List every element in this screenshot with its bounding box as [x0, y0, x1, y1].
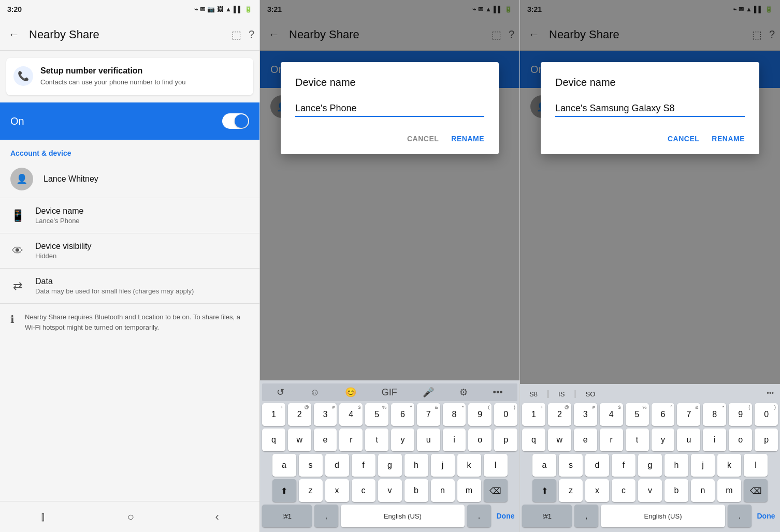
kb-y[interactable]: y — [391, 428, 414, 451]
kb-f[interactable]: f — [352, 454, 375, 477]
kb-v[interactable]: v — [378, 479, 402, 502]
kb-suggestion-is[interactable]: IS — [555, 389, 568, 399]
kb-done-2[interactable]: Done — [494, 505, 517, 527]
kb-translate-icon[interactable]: ↺ — [277, 387, 284, 398]
kb-p[interactable]: p — [494, 428, 517, 451]
kb3-key-3[interactable]: #3 — [574, 403, 597, 426]
kb3-key-9[interactable]: (9 — [729, 403, 752, 426]
kb3-s[interactable]: s — [559, 454, 583, 477]
kb-key-0[interactable]: )0 — [494, 403, 517, 426]
kb3-key-8[interactable]: *8 — [703, 403, 726, 426]
kb3-v[interactable]: v — [638, 479, 662, 502]
kb3-i[interactable]: i — [703, 428, 726, 451]
kb3-b[interactable]: b — [665, 479, 688, 502]
kb3-sym[interactable]: !#1 — [522, 505, 572, 527]
kb-d[interactable]: d — [325, 454, 349, 477]
kb-suggestion-s8[interactable]: S8 — [526, 389, 541, 399]
kb3-g[interactable]: g — [638, 454, 662, 477]
kb3-k[interactable]: k — [717, 454, 741, 477]
kb-comma-2[interactable]: , — [314, 505, 338, 527]
kb-sticker-icon[interactable]: 😊 — [345, 387, 356, 398]
kb3-space[interactable]: English (US) — [601, 505, 725, 527]
kb-n[interactable]: n — [431, 479, 455, 502]
kb-settings-icon[interactable]: ⚙ — [459, 387, 468, 397]
kb3-y[interactable]: y — [652, 428, 675, 451]
kb-emoji-icon[interactable]: ☺ — [310, 387, 319, 398]
kb-a[interactable]: a — [272, 454, 296, 477]
kb-key-4[interactable]: $4 — [339, 403, 363, 426]
kb-t[interactable]: t — [365, 428, 388, 451]
kb-c[interactable]: c — [352, 479, 375, 502]
kb3-z[interactable]: z — [559, 479, 583, 502]
device-name-input-2[interactable] — [295, 101, 484, 117]
kb3-c[interactable]: c — [612, 479, 635, 502]
kb3-d[interactable]: d — [585, 454, 609, 477]
kb3-shift[interactable]: ⬆ — [532, 479, 556, 502]
kb-key-2[interactable]: @2 — [288, 403, 311, 426]
kb-m[interactable]: m — [457, 479, 481, 502]
kb-e[interactable]: e — [314, 428, 337, 451]
kb3-h[interactable]: h — [665, 454, 688, 477]
setup-number-card[interactable]: 📞 Setup number verification Contacts can… — [6, 58, 253, 95]
kb-h[interactable]: h — [405, 454, 428, 477]
kb-b[interactable]: b — [405, 479, 428, 502]
kb-z[interactable]: z — [299, 479, 323, 502]
kb3-r[interactable]: r — [600, 428, 623, 451]
kb-key-8[interactable]: *8 — [443, 403, 466, 426]
on-toggle-row[interactable]: On — [0, 102, 259, 140]
kb-x[interactable]: x — [325, 479, 349, 502]
kb3-q[interactable]: q — [522, 428, 545, 451]
kb-space-2[interactable]: English (US) — [341, 505, 465, 527]
kb-key-7[interactable]: &7 — [417, 403, 440, 426]
recents-nav-icon-1[interactable]: ⫿ — [40, 510, 46, 524]
kb3-t[interactable]: t — [626, 428, 649, 451]
kb-r[interactable]: r — [339, 428, 363, 451]
kb3-w[interactable]: w — [548, 428, 571, 451]
device-name-input-3[interactable] — [555, 101, 745, 117]
kb-backspace-2[interactable]: ⌫ — [484, 479, 508, 502]
kb-shift-2[interactable]: ⬆ — [272, 479, 296, 502]
kb3-key-0[interactable]: )0 — [755, 403, 778, 426]
kb-k[interactable]: k — [457, 454, 481, 477]
kb3-key-4[interactable]: $4 — [600, 403, 623, 426]
kb3-f[interactable]: f — [612, 454, 635, 477]
kb-i[interactable]: i — [443, 428, 466, 451]
kb-q[interactable]: q — [262, 428, 285, 451]
kb3-u[interactable]: u — [677, 428, 700, 451]
kb-s[interactable]: s — [299, 454, 323, 477]
kb3-comma[interactable]: , — [574, 505, 598, 527]
kb3-period[interactable]: . — [728, 505, 752, 527]
user-row[interactable]: 👤 Lance Whitney — [0, 161, 259, 197]
cancel-button-2[interactable]: CANCEL — [407, 131, 439, 146]
kb3-done[interactable]: Done — [754, 505, 778, 527]
kb3-x[interactable]: x — [585, 479, 609, 502]
kb-o[interactable]: o — [468, 428, 492, 451]
device-visibility-row[interactable]: 👁 Device visibility Hidden — [0, 234, 259, 267]
kb3-o[interactable]: o — [729, 428, 752, 451]
kb-suggestion-so[interactable]: SO — [583, 389, 599, 399]
kb3-n[interactable]: n — [691, 479, 715, 502]
kb3-j[interactable]: j — [691, 454, 715, 477]
kb-key-1[interactable]: +1 — [262, 403, 285, 426]
kb3-key-5[interactable]: %5 — [626, 403, 649, 426]
kb-j[interactable]: j — [431, 454, 455, 477]
kb-period-2[interactable]: . — [467, 505, 491, 527]
kb-g[interactable]: g — [378, 454, 402, 477]
kb-mic-icon[interactable]: 🎤 — [423, 387, 434, 398]
kb-key-9[interactable]: (9 — [468, 403, 492, 426]
device-name-row[interactable]: 📱 Device name Lance's Phone — [0, 199, 259, 232]
kb3-l[interactable]: l — [744, 454, 768, 477]
kb3-key-2[interactable]: @2 — [548, 403, 571, 426]
kb-w[interactable]: w — [288, 428, 311, 451]
kb-key-6[interactable]: ^6 — [391, 403, 414, 426]
data-row[interactable]: ⇄ Data Data may be used for small files … — [0, 270, 259, 302]
kb-l[interactable]: l — [484, 454, 508, 477]
help-icon-1[interactable]: ? — [249, 28, 254, 41]
kb-sym-2[interactable]: !#1 — [262, 505, 312, 527]
kb3-key-1[interactable]: +1 — [522, 403, 545, 426]
nearby-share-toggle[interactable] — [222, 113, 249, 129]
cancel-button-3[interactable]: CANCEL — [668, 131, 699, 146]
back-nav-icon-1[interactable]: ‹ — [215, 510, 219, 524]
kb-u[interactable]: u — [417, 428, 440, 451]
back-button-1[interactable]: ← — [5, 25, 23, 45]
